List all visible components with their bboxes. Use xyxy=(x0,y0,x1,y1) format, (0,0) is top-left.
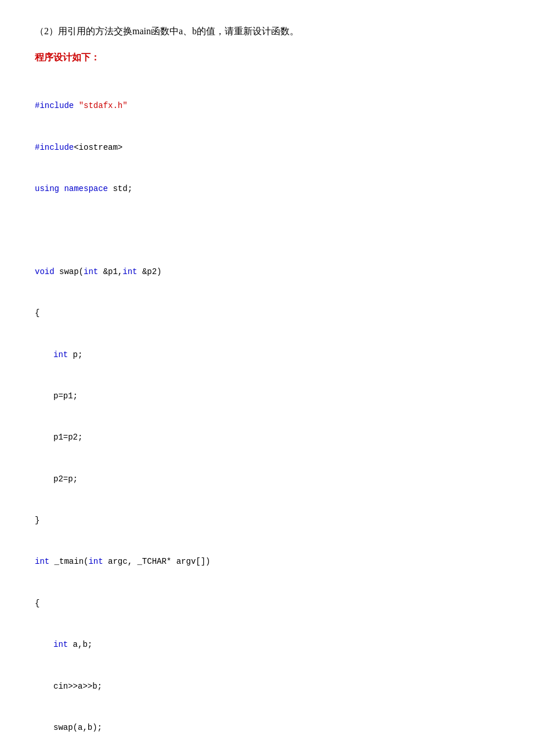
kw-int4: int xyxy=(35,557,49,566)
section1-title-wrapper: 程序设计如下： xyxy=(35,49,499,66)
code-line-14: cin>>a>>b; xyxy=(35,680,499,694)
code-line-1: #include "stdafx.h" xyxy=(35,99,499,113)
section1-code: #include "stdafx.h" #include<iostream> u… xyxy=(35,72,499,756)
code-line-7: p=p1; xyxy=(35,390,499,404)
code-line-13: int a,b; xyxy=(35,638,499,652)
kw-void1: void xyxy=(35,267,55,276)
intro-text: （2）用引用的方法交换main函数中a、b的值，请重新设计函数。 xyxy=(35,23,499,40)
argc-argv: argc, _TCHAR* argv[]) xyxy=(103,557,211,566)
kw-using1: using namespace xyxy=(35,184,108,193)
code-line-2: #include<iostream> xyxy=(35,141,499,155)
code-line-5: { xyxy=(35,307,499,321)
code-line-3: using namespace std; xyxy=(35,182,499,196)
code-line-blank1 xyxy=(35,224,499,237)
kw-int3: int xyxy=(53,350,68,359)
code-line-4: void swap(int &p1,int &p2) xyxy=(35,265,499,279)
ref-p2: &p2) xyxy=(137,267,161,276)
swap-sig: swap( xyxy=(55,267,84,276)
kw-int6: int xyxy=(53,640,68,649)
iostream1: <iostream> xyxy=(74,143,122,152)
var-ab: a,b; xyxy=(68,640,92,649)
kw-int1: int xyxy=(84,267,98,276)
kw-include2: #include xyxy=(35,143,74,152)
kw-int2: int xyxy=(122,267,137,276)
std1: std; xyxy=(108,184,132,193)
var-p: p; xyxy=(68,350,82,359)
kw-include1: #include xyxy=(35,101,79,110)
code-line-9: p2=p; xyxy=(35,473,499,487)
code-line-6: int p; xyxy=(35,348,499,362)
code-line-15: swap(a,b); xyxy=(35,721,499,735)
code-line-12: { xyxy=(35,597,499,611)
intro-paragraph: （2）用引用的方法交换main函数中a、b的值，请重新设计函数。 xyxy=(35,23,499,40)
section1-title: 程序设计如下： xyxy=(35,49,499,66)
tmain-sig: _tmain( xyxy=(49,557,88,566)
kw-int5: int xyxy=(88,557,103,566)
code-line-8: p1=p2; xyxy=(35,431,499,445)
code-line-11: int _tmain(int argc, _TCHAR* argv[]) xyxy=(35,555,499,569)
code-line-10: } xyxy=(35,514,499,528)
str-stdafx: "stdafx.h" xyxy=(79,101,128,110)
ref-p1: &p1, xyxy=(98,267,122,276)
